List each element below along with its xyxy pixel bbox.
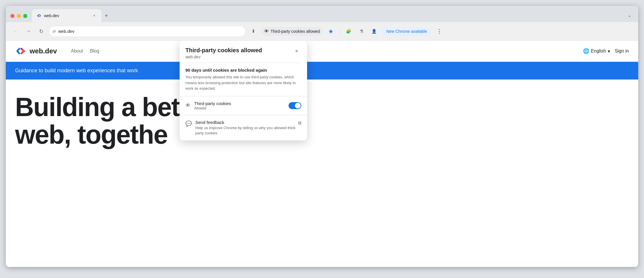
feedback-comment-icon: 💬	[185, 120, 192, 127]
popup-title: Third-party cookies allowed	[185, 46, 262, 54]
lab-icon: ⚗	[360, 29, 363, 34]
browser-window: web.dev × + ⌄ ← → ↻ ⇄ web.dev ⬇ 👁 Third-	[6, 6, 638, 267]
external-link-icon: ⧉	[298, 120, 301, 126]
site-logo-text: web.dev	[30, 47, 57, 55]
cookie-nav-badge[interactable]: 👁 Third-party cookies allowed	[261, 27, 323, 36]
cookie-popup: Third-party cookies allowed web.dev × 90…	[180, 41, 307, 140]
cookie-badge-text: Third-party cookies allowed	[271, 29, 320, 34]
forward-button[interactable]: →	[23, 26, 34, 37]
new-chrome-text: New Chrome available	[386, 29, 427, 34]
tab-bar: web.dev × + ⌄	[6, 6, 638, 22]
person-icon: 👤	[371, 29, 377, 34]
blue-banner: Guidance to build modern web experiences…	[6, 62, 638, 80]
new-tab-button[interactable]: +	[101, 11, 111, 21]
reload-icon: ↻	[39, 28, 43, 35]
lab-button[interactable]: ⚗	[356, 26, 366, 37]
back-button[interactable]: ←	[10, 26, 21, 37]
back-icon: ←	[13, 28, 18, 34]
tab-close-button[interactable]: ×	[92, 13, 97, 18]
cookie-eye-icon: 👁	[264, 29, 269, 34]
popup-title-group: Third-party cookies allowed web.dev	[185, 46, 262, 59]
language-button[interactable]: 🌐 English ▾	[583, 48, 610, 54]
forward-icon: →	[26, 28, 31, 34]
address-url-text: web.dev	[58, 29, 242, 34]
reload-button[interactable]: ↻	[36, 26, 46, 37]
popup-feedback-row[interactable]: 💬 Send feedback Help us improve Chrome b…	[180, 115, 307, 140]
popup-close-button[interactable]: ×	[292, 46, 301, 56]
cookies-row-label: Third-party cookies	[194, 101, 231, 106]
hero-line-2: web, togethe	[15, 121, 629, 149]
site-nav: About Blog	[71, 48, 99, 54]
site-header-right: 🌐 English ▾ Sign in	[583, 48, 629, 54]
popup-info-title: 90 days until cookies are blocked again	[185, 68, 301, 73]
page-content: web.dev About Blog 🌐 English ▾ Sign in G…	[6, 41, 638, 267]
site-logo[interactable]: web.dev	[15, 45, 57, 57]
bookmark-button[interactable]: ★	[326, 26, 336, 37]
extensions-button[interactable]: 🧩	[343, 26, 354, 37]
new-chrome-button[interactable]: New Chrome available	[382, 27, 432, 36]
popup-subtitle: web.dev	[185, 55, 262, 59]
popup-cookies-row: 👁 Third-party cookies Allowed	[180, 96, 307, 115]
nav-item-about[interactable]: About	[71, 48, 83, 54]
nav-item-blog[interactable]: Blog	[90, 48, 99, 54]
address-bar[interactable]: ⇄ web.dev	[49, 26, 246, 37]
active-tab[interactable]: web.dev ×	[32, 9, 101, 22]
sign-in-button[interactable]: Sign in	[615, 48, 629, 54]
download-button[interactable]: ⬇	[248, 26, 258, 37]
popup-feedback-left: 💬 Send feedback Help us improve Chrome b…	[185, 120, 298, 136]
popup-header: Third-party cookies allowed web.dev ×	[180, 41, 307, 63]
address-security-icon: ⇄	[52, 29, 56, 34]
extensions-icon: 🧩	[346, 29, 351, 34]
feedback-text-group: Send feedback Help us improve Chrome by …	[195, 120, 298, 136]
window-controls	[10, 14, 27, 22]
cookies-row-labels: Third-party cookies Allowed	[194, 101, 231, 110]
globe-icon: 🌐	[583, 48, 589, 54]
language-dropdown-icon: ▾	[608, 48, 610, 54]
download-icon: ⬇	[251, 28, 255, 34]
close-window-button[interactable]	[10, 14, 14, 18]
cookies-toggle[interactable]	[289, 102, 301, 109]
popup-info-section: 90 days until cookies are blocked again …	[180, 63, 307, 96]
popup-cookies-row-left: 👁 Third-party cookies Allowed	[185, 101, 231, 110]
feedback-label: Send feedback	[195, 120, 298, 125]
star-icon: ★	[328, 28, 333, 35]
tab-favicon-icon	[37, 13, 42, 18]
maximize-window-button[interactable]	[23, 14, 27, 18]
cookies-eye-icon: 👁	[185, 102, 191, 109]
hero-title: Building a bet web, togethe	[15, 93, 629, 148]
nav-divider-1	[340, 28, 340, 35]
tab-title-text: web.dev	[44, 13, 89, 18]
site-logo-icon	[15, 45, 27, 57]
hero-section: Building a bet web, togethe	[6, 80, 638, 162]
profile-button[interactable]: 👤	[369, 26, 379, 37]
tab-end-area: ⌄	[625, 11, 634, 22]
banner-text: Guidance to build modern web experiences…	[15, 68, 138, 73]
language-text: English	[591, 48, 606, 54]
feedback-description: Help us improve Chrome by telling us why…	[195, 125, 298, 136]
popup-info-text: You temporarily allowed this site to use…	[185, 74, 301, 91]
cookies-row-sublabel: Allowed	[194, 106, 231, 110]
toggle-thumb	[295, 103, 301, 109]
tab-list-chevron-icon[interactable]: ⌄	[625, 11, 634, 19]
more-options-button[interactable]: ⋮	[434, 26, 444, 37]
navigation-bar: ← → ↻ ⇄ web.dev ⬇ 👁 Third-party cookies …	[6, 22, 638, 41]
hero-line-1: Building a bet	[15, 93, 629, 121]
more-options-icon: ⋮	[437, 28, 442, 35]
minimize-window-button[interactable]	[17, 14, 21, 18]
site-header: web.dev About Blog 🌐 English ▾ Sign in	[6, 41, 638, 62]
